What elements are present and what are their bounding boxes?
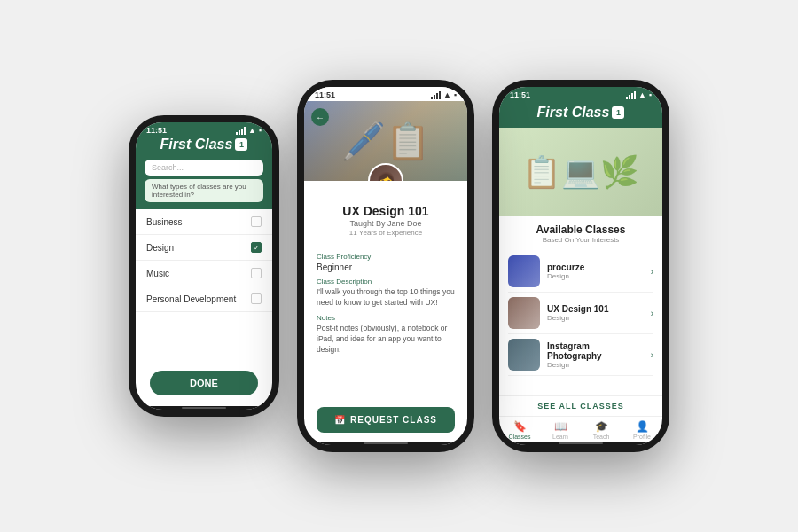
right-hero-image: 📋💻🌿 xyxy=(499,128,662,216)
category-business[interactable]: Business xyxy=(136,209,272,235)
home-indicator-left xyxy=(136,406,272,410)
checkbox-personal-dev[interactable] xyxy=(251,293,262,304)
available-section: Available Classes Based On Your Interest… xyxy=(499,216,662,247)
search-section: Search... What types of classes are you … xyxy=(136,160,272,209)
description-label: Class Description xyxy=(317,278,455,286)
nav-teach[interactable]: 🎓 Teach xyxy=(581,420,622,440)
chevron-ux: › xyxy=(651,309,653,318)
notes-label: Notes xyxy=(317,314,455,322)
signal-icon-left xyxy=(236,127,246,135)
battery-icon-right: ▪ xyxy=(649,90,652,99)
status-icons-right: ▲ ▪ xyxy=(626,90,652,99)
available-subtitle: Based On Your Interests xyxy=(510,236,652,244)
class-details-section: Class Proficiency Beginner Class Descrip… xyxy=(304,242,467,400)
battery-icon-center: ▪ xyxy=(454,90,457,99)
chevron-instagram: › xyxy=(651,350,653,360)
class-title: UX Design 101 xyxy=(315,204,457,218)
wifi-icon-center: ▲ xyxy=(443,90,451,99)
proficiency-value: Beginner xyxy=(317,262,455,272)
class-name-ux: UX Design 101 xyxy=(547,304,644,314)
hero-decoration: 🖊️📋 xyxy=(341,121,430,162)
category-music[interactable]: Music xyxy=(136,261,272,286)
status-icons-left: ▲ ▪ xyxy=(236,126,262,135)
class-list-item-ux[interactable]: UX Design 101 Design › xyxy=(508,293,653,334)
checkbox-business[interactable] xyxy=(251,216,262,227)
phone-right-screen: 11:51 ▲ ▪ First Class 1 xyxy=(499,87,662,445)
wifi-icon-left: ▲ xyxy=(248,126,256,135)
search-box[interactable]: Search... xyxy=(145,160,263,176)
thumb-instagram xyxy=(508,339,540,371)
thumb-ux xyxy=(508,297,540,329)
class-cat-instagram: Design xyxy=(547,361,644,369)
phone-left-screen: 11:51 ▲ ▪ First Class 1 xyxy=(136,122,272,410)
phones-container: 11:51 ▲ ▪ First Class 1 xyxy=(129,80,669,452)
app-badge-right: 1 xyxy=(612,106,624,119)
calendar-icon: 📅 xyxy=(334,415,346,425)
class-taught-by: Taught By Jane Doe xyxy=(315,219,457,228)
center-screen-content: 11:51 ▲ ▪ 🖊️📋 ← 👩 xyxy=(304,87,467,445)
wifi-icon-right: ▲ xyxy=(638,90,646,99)
class-list: procurze Design › UX Design 101 Design › xyxy=(499,247,662,395)
category-business-label: Business xyxy=(146,217,183,227)
status-bar-center: 11:51 ▲ ▪ xyxy=(304,87,467,101)
class-list-item-instagram[interactable]: Instagram Photography Design › xyxy=(508,334,653,376)
phone-right: 11:51 ▲ ▪ First Class 1 xyxy=(492,80,669,452)
category-personal-dev[interactable]: Personal Development xyxy=(136,286,272,312)
proficiency-label: Class Proficiency xyxy=(317,253,455,261)
battery-icon-left: ▪ xyxy=(259,126,262,135)
available-title: Available Classes xyxy=(510,223,652,236)
class-experience: 11 Years of Experience xyxy=(315,229,457,237)
phone-center: 11:51 ▲ ▪ 🖊️📋 ← 👩 xyxy=(297,80,474,452)
app-header-left: First Class 1 xyxy=(136,137,272,160)
nav-profile-label: Profile xyxy=(633,434,651,440)
checkbox-design[interactable]: ✓ xyxy=(251,242,262,253)
class-list-item-procurze[interactable]: procurze Design › xyxy=(508,251,653,293)
nav-learn[interactable]: 📖 Learn xyxy=(540,420,581,440)
notes-text: Post-it notes (obviously), a notebook or… xyxy=(317,324,455,356)
hero-image-center: 🖊️📋 ← 👩 xyxy=(304,101,467,181)
app-title-left: First Class xyxy=(160,137,233,153)
class-cat-procurze: Design xyxy=(547,272,644,280)
chevron-procurze: › xyxy=(651,267,653,277)
nav-profile-icon: 👤 xyxy=(636,420,649,433)
signal-icon-right xyxy=(626,91,636,99)
category-design-label: Design xyxy=(146,243,174,253)
nav-teach-label: Teach xyxy=(593,434,610,440)
done-button[interactable]: DONE xyxy=(150,371,258,395)
status-icons-center: ▲ ▪ xyxy=(431,90,457,99)
app-title-right: First Class xyxy=(537,105,610,121)
request-btn-container: 📅 REQUEST CLASS xyxy=(304,400,467,442)
nav-classes[interactable]: 🔖 Classes xyxy=(499,420,540,440)
see-all-classes-button[interactable]: SEE ALL CLASSES xyxy=(499,395,662,416)
class-list-info-ux: UX Design 101 Design xyxy=(547,304,644,322)
status-time-right: 11:51 xyxy=(510,90,530,99)
right-screen-content: 11:51 ▲ ▪ First Class 1 xyxy=(499,87,662,445)
status-time-left: 11:51 xyxy=(146,126,167,135)
phone-center-screen: 11:51 ▲ ▪ 🖊️📋 ← 👩 xyxy=(304,87,467,445)
home-bar-center xyxy=(364,442,408,444)
home-indicator-right xyxy=(499,442,662,445)
nav-teach-icon: 🎓 xyxy=(595,420,608,433)
bottom-nav: 🔖 Classes 📖 Learn 🎓 Teach 👤 Profile xyxy=(499,416,662,442)
class-list-info-procurze: procurze Design xyxy=(547,262,644,280)
home-bar-right xyxy=(559,442,603,444)
class-cat-ux: Design xyxy=(547,314,644,322)
right-hero-bg: 📋💻🌿 xyxy=(499,128,662,216)
back-button[interactable]: ← xyxy=(311,108,329,126)
request-btn-label: REQUEST CLASS xyxy=(350,415,437,425)
checkbox-music[interactable] xyxy=(251,268,262,278)
left-screen-content: 11:51 ▲ ▪ First Class 1 xyxy=(136,122,272,410)
category-music-label: Music xyxy=(146,269,169,278)
class-info-section: UX Design 101 Taught By Jane Doe 11 Year… xyxy=(304,181,467,242)
class-name-instagram: Instagram Photography xyxy=(547,341,644,361)
phone-left: 11:51 ▲ ▪ First Class 1 xyxy=(129,115,279,417)
home-indicator-center xyxy=(304,442,467,445)
category-design[interactable]: Design ✓ xyxy=(136,235,272,261)
nav-profile[interactable]: 👤 Profile xyxy=(622,420,662,440)
request-class-button[interactable]: 📅 REQUEST CLASS xyxy=(317,407,455,433)
app-header-right: First Class 1 xyxy=(499,101,662,128)
status-bar-left: 11:51 ▲ ▪ xyxy=(136,122,272,137)
home-bar-left xyxy=(182,407,226,409)
nav-classes-icon: 🔖 xyxy=(513,420,527,433)
interests-label: What types of classes are you interested… xyxy=(145,179,263,202)
